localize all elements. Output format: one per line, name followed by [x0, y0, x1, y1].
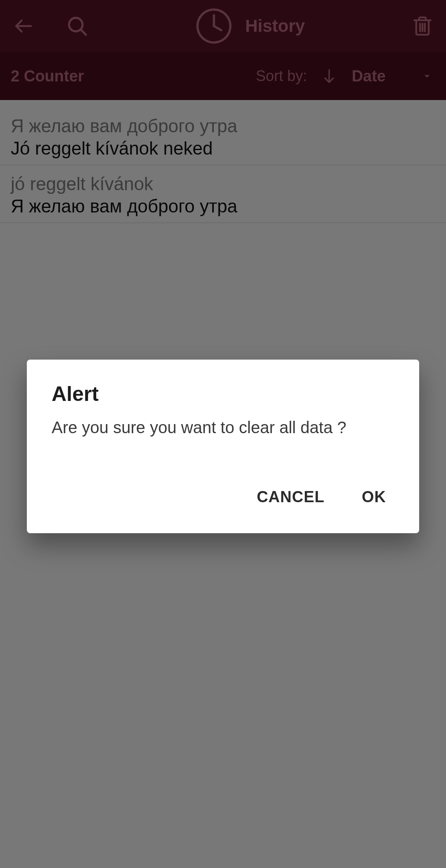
ok-button[interactable]: OK [358, 482, 390, 512]
confirm-dialog: Alert Are you sure you want to clear all… [27, 360, 419, 533]
dialog-title: Alert [52, 382, 394, 406]
dialog-message: Are you sure you want to clear all data … [52, 418, 394, 437]
cancel-button[interactable]: CANCEL [253, 482, 329, 512]
modal-scrim[interactable]: Alert Are you sure you want to clear all… [0, 0, 446, 868]
dialog-actions: CANCEL OK [52, 482, 394, 522]
